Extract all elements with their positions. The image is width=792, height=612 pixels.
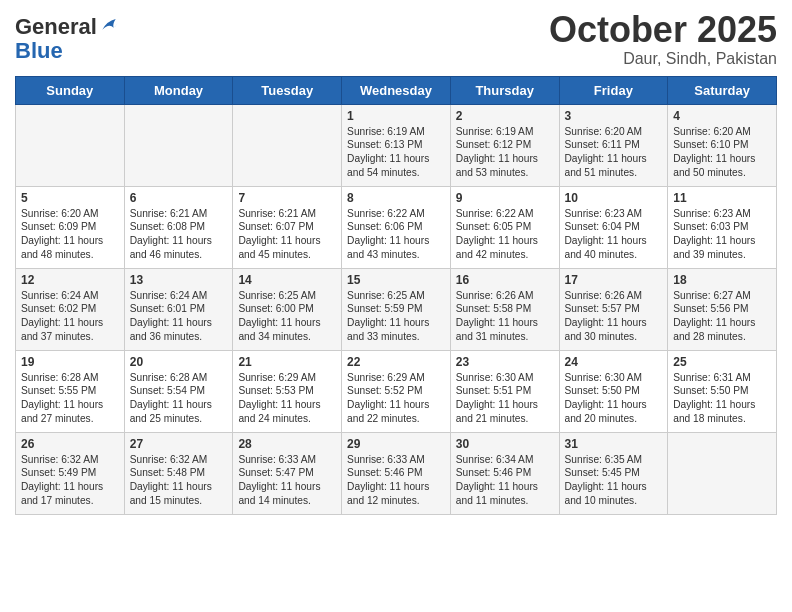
title-block: October 2025 Daur, Sindh, Pakistan	[549, 10, 777, 68]
calendar-cell: 19Sunrise: 6:28 AMSunset: 5:55 PMDayligh…	[16, 350, 125, 432]
day-number: 23	[456, 355, 554, 369]
day-number: 9	[456, 191, 554, 205]
day-info: Sunrise: 6:34 AMSunset: 5:46 PMDaylight:…	[456, 453, 554, 508]
day-number: 31	[565, 437, 663, 451]
day-info: Sunrise: 6:22 AMSunset: 6:05 PMDaylight:…	[456, 207, 554, 262]
calendar-cell: 6Sunrise: 6:21 AMSunset: 6:08 PMDaylight…	[124, 186, 233, 268]
calendar-cell	[124, 104, 233, 186]
weekday-header-sunday: Sunday	[16, 76, 125, 104]
day-info: Sunrise: 6:25 AMSunset: 5:59 PMDaylight:…	[347, 289, 445, 344]
calendar-cell: 1Sunrise: 6:19 AMSunset: 6:13 PMDaylight…	[342, 104, 451, 186]
calendar-cell	[668, 432, 777, 514]
page-title: October 2025	[549, 10, 777, 50]
page: General Blue October 2025 Daur, Sindh, P…	[0, 0, 792, 612]
day-number: 17	[565, 273, 663, 287]
day-number: 11	[673, 191, 771, 205]
day-number: 8	[347, 191, 445, 205]
day-info: Sunrise: 6:23 AMSunset: 6:03 PMDaylight:…	[673, 207, 771, 262]
calendar-cell: 17Sunrise: 6:26 AMSunset: 5:57 PMDayligh…	[559, 268, 668, 350]
calendar-cell: 3Sunrise: 6:20 AMSunset: 6:11 PMDaylight…	[559, 104, 668, 186]
day-info: Sunrise: 6:32 AMSunset: 5:49 PMDaylight:…	[21, 453, 119, 508]
calendar-cell: 30Sunrise: 6:34 AMSunset: 5:46 PMDayligh…	[450, 432, 559, 514]
day-info: Sunrise: 6:21 AMSunset: 6:07 PMDaylight:…	[238, 207, 336, 262]
day-info: Sunrise: 6:30 AMSunset: 5:50 PMDaylight:…	[565, 371, 663, 426]
calendar-cell: 10Sunrise: 6:23 AMSunset: 6:04 PMDayligh…	[559, 186, 668, 268]
weekday-header-saturday: Saturday	[668, 76, 777, 104]
day-number: 5	[21, 191, 119, 205]
calendar-cell: 24Sunrise: 6:30 AMSunset: 5:50 PMDayligh…	[559, 350, 668, 432]
day-number: 27	[130, 437, 228, 451]
day-number: 22	[347, 355, 445, 369]
day-number: 13	[130, 273, 228, 287]
calendar-cell: 23Sunrise: 6:30 AMSunset: 5:51 PMDayligh…	[450, 350, 559, 432]
day-info: Sunrise: 6:31 AMSunset: 5:50 PMDaylight:…	[673, 371, 771, 426]
day-info: Sunrise: 6:26 AMSunset: 5:57 PMDaylight:…	[565, 289, 663, 344]
day-number: 4	[673, 109, 771, 123]
weekday-header-thursday: Thursday	[450, 76, 559, 104]
day-number: 28	[238, 437, 336, 451]
day-info: Sunrise: 6:28 AMSunset: 5:55 PMDaylight:…	[21, 371, 119, 426]
day-info: Sunrise: 6:20 AMSunset: 6:11 PMDaylight:…	[565, 125, 663, 180]
calendar-cell: 11Sunrise: 6:23 AMSunset: 6:03 PMDayligh…	[668, 186, 777, 268]
day-info: Sunrise: 6:33 AMSunset: 5:47 PMDaylight:…	[238, 453, 336, 508]
logo-bird-icon	[99, 16, 119, 36]
calendar-cell: 2Sunrise: 6:19 AMSunset: 6:12 PMDaylight…	[450, 104, 559, 186]
day-info: Sunrise: 6:24 AMSunset: 6:02 PMDaylight:…	[21, 289, 119, 344]
calendar-cell: 31Sunrise: 6:35 AMSunset: 5:45 PMDayligh…	[559, 432, 668, 514]
calendar-cell: 16Sunrise: 6:26 AMSunset: 5:58 PMDayligh…	[450, 268, 559, 350]
calendar-cell: 7Sunrise: 6:21 AMSunset: 6:07 PMDaylight…	[233, 186, 342, 268]
day-number: 12	[21, 273, 119, 287]
calendar-cell: 29Sunrise: 6:33 AMSunset: 5:46 PMDayligh…	[342, 432, 451, 514]
calendar-cell: 12Sunrise: 6:24 AMSunset: 6:02 PMDayligh…	[16, 268, 125, 350]
day-info: Sunrise: 6:25 AMSunset: 6:00 PMDaylight:…	[238, 289, 336, 344]
calendar-cell: 5Sunrise: 6:20 AMSunset: 6:09 PMDaylight…	[16, 186, 125, 268]
day-number: 21	[238, 355, 336, 369]
day-info: Sunrise: 6:35 AMSunset: 5:45 PMDaylight:…	[565, 453, 663, 508]
calendar-cell: 28Sunrise: 6:33 AMSunset: 5:47 PMDayligh…	[233, 432, 342, 514]
weekday-header-tuesday: Tuesday	[233, 76, 342, 104]
header: General Blue October 2025 Daur, Sindh, P…	[15, 10, 777, 68]
calendar-cell: 21Sunrise: 6:29 AMSunset: 5:53 PMDayligh…	[233, 350, 342, 432]
calendar-cell: 20Sunrise: 6:28 AMSunset: 5:54 PMDayligh…	[124, 350, 233, 432]
day-number: 3	[565, 109, 663, 123]
logo: General Blue	[15, 10, 119, 63]
calendar-cell: 13Sunrise: 6:24 AMSunset: 6:01 PMDayligh…	[124, 268, 233, 350]
day-number: 15	[347, 273, 445, 287]
calendar-cell: 4Sunrise: 6:20 AMSunset: 6:10 PMDaylight…	[668, 104, 777, 186]
calendar-cell: 27Sunrise: 6:32 AMSunset: 5:48 PMDayligh…	[124, 432, 233, 514]
calendar-cell: 25Sunrise: 6:31 AMSunset: 5:50 PMDayligh…	[668, 350, 777, 432]
weekday-header-friday: Friday	[559, 76, 668, 104]
day-number: 20	[130, 355, 228, 369]
day-info: Sunrise: 6:20 AMSunset: 6:09 PMDaylight:…	[21, 207, 119, 262]
day-info: Sunrise: 6:28 AMSunset: 5:54 PMDaylight:…	[130, 371, 228, 426]
day-number: 19	[21, 355, 119, 369]
day-info: Sunrise: 6:20 AMSunset: 6:10 PMDaylight:…	[673, 125, 771, 180]
day-number: 2	[456, 109, 554, 123]
day-number: 6	[130, 191, 228, 205]
day-number: 1	[347, 109, 445, 123]
day-info: Sunrise: 6:22 AMSunset: 6:06 PMDaylight:…	[347, 207, 445, 262]
day-info: Sunrise: 6:29 AMSunset: 5:53 PMDaylight:…	[238, 371, 336, 426]
day-number: 30	[456, 437, 554, 451]
day-info: Sunrise: 6:26 AMSunset: 5:58 PMDaylight:…	[456, 289, 554, 344]
calendar-cell: 15Sunrise: 6:25 AMSunset: 5:59 PMDayligh…	[342, 268, 451, 350]
calendar-cell: 8Sunrise: 6:22 AMSunset: 6:06 PMDaylight…	[342, 186, 451, 268]
calendar-table: SundayMondayTuesdayWednesdayThursdayFrid…	[15, 76, 777, 515]
day-info: Sunrise: 6:24 AMSunset: 6:01 PMDaylight:…	[130, 289, 228, 344]
page-subtitle: Daur, Sindh, Pakistan	[549, 50, 777, 68]
day-info: Sunrise: 6:32 AMSunset: 5:48 PMDaylight:…	[130, 453, 228, 508]
day-number: 10	[565, 191, 663, 205]
logo-blue: Blue	[15, 38, 63, 63]
weekday-header-wednesday: Wednesday	[342, 76, 451, 104]
day-info: Sunrise: 6:19 AMSunset: 6:13 PMDaylight:…	[347, 125, 445, 180]
calendar-cell: 18Sunrise: 6:27 AMSunset: 5:56 PMDayligh…	[668, 268, 777, 350]
calendar-cell: 14Sunrise: 6:25 AMSunset: 6:00 PMDayligh…	[233, 268, 342, 350]
day-info: Sunrise: 6:27 AMSunset: 5:56 PMDaylight:…	[673, 289, 771, 344]
day-number: 7	[238, 191, 336, 205]
logo-general: General	[15, 15, 97, 39]
day-number: 25	[673, 355, 771, 369]
weekday-header-monday: Monday	[124, 76, 233, 104]
day-number: 24	[565, 355, 663, 369]
calendar-cell	[16, 104, 125, 186]
day-info: Sunrise: 6:30 AMSunset: 5:51 PMDaylight:…	[456, 371, 554, 426]
